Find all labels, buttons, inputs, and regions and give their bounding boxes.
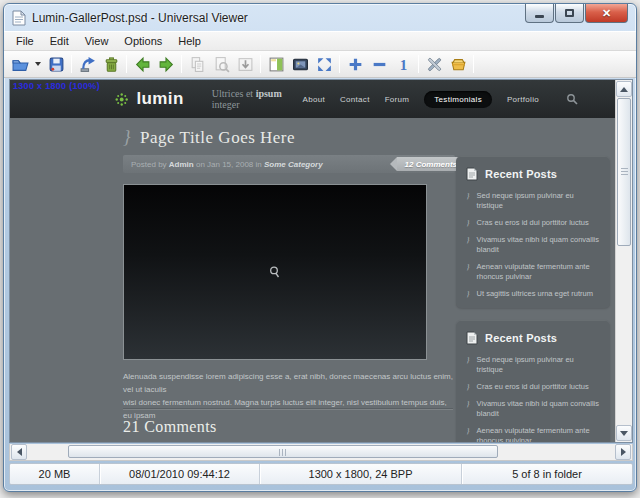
save-button[interactable]: [44, 53, 68, 76]
arrow-up-icon: [620, 87, 628, 92]
layout-button[interactable]: [264, 53, 288, 76]
scroll-down-button[interactable]: [616, 425, 632, 441]
slideshow-button[interactable]: [288, 53, 312, 76]
arrow-right-icon: [621, 448, 626, 456]
nav-portfolio[interactable]: Portfolio: [507, 95, 539, 104]
options-box-icon: [450, 56, 467, 73]
titlebar[interactable]: Lumin-GallerPost.psd - Universal Viewer …: [4, 4, 636, 31]
magnifier-icon: [268, 265, 282, 279]
options-button[interactable]: [446, 53, 470, 76]
nav-contact[interactable]: Contact: [340, 95, 370, 104]
maximize-icon: [565, 9, 574, 17]
menu-edit[interactable]: Edit: [42, 33, 77, 49]
recent-posts-panel: Recent Posts } Sed neque ipsum pulvinar …: [456, 156, 610, 308]
maximize-button[interactable]: [555, 4, 584, 23]
menu-options[interactable]: Options: [116, 33, 170, 49]
svg-text:1: 1: [399, 56, 406, 72]
recent-posts-panel-2: Recent Posts } Sed neque ipsum pulvinar …: [456, 320, 610, 442]
open-button[interactable]: [8, 53, 32, 76]
image-canvas[interactable]: 1300 x 1800 (100%) lumin Ultrices et ips…: [10, 80, 616, 442]
one-to-one-icon: 1: [395, 56, 412, 73]
toolbar-separator: [181, 55, 182, 73]
open-folder-icon: [12, 56, 29, 73]
post-excerpt: Alenuada suspendisse lorem adipiscing es…: [123, 370, 453, 422]
close-icon: ✕: [602, 7, 611, 20]
plus-icon: [347, 56, 364, 73]
fullscreen-button[interactable]: [312, 53, 336, 76]
move-to-button[interactable]: [75, 53, 99, 76]
export-button[interactable]: [233, 53, 257, 76]
chevron-down-icon: [35, 62, 41, 66]
panel-layout-icon: [268, 56, 285, 73]
menu-help[interactable]: Help: [170, 33, 209, 49]
horizontal-scroll-thumb[interactable]: [68, 445, 498, 458]
menu-file[interactable]: File: [8, 33, 42, 49]
recent-post-link[interactable]: } Cras eu eros id dui porttitor luctus: [466, 382, 600, 392]
thumb-grip: [279, 449, 287, 456]
recent-post-link[interactable]: } Aenean vulputate fermentum ante rhoncu…: [466, 262, 600, 282]
horizontal-scrollbar[interactable]: [9, 444, 633, 461]
open-dropdown-button[interactable]: [32, 53, 44, 76]
menubar: File Edit View Options Help: [4, 31, 636, 51]
site-nav: About Contact Forum Testimonials Portfol…: [303, 91, 608, 108]
thumb-grip: [621, 168, 628, 176]
previous-button[interactable]: [130, 53, 154, 76]
post-image-placeholder[interactable]: [123, 184, 427, 360]
panel-title: Recent Posts: [485, 332, 557, 344]
site-logo-text: lumin: [136, 89, 183, 109]
next-button[interactable]: [154, 53, 178, 76]
zoom-in-button[interactable]: [343, 53, 367, 76]
toolbar: 1: [4, 51, 636, 78]
tools-button[interactable]: [422, 53, 446, 76]
recent-post-link[interactable]: } Vivamus vitae nibh id quam convallis b…: [466, 399, 600, 419]
recent-post-link[interactable]: } Aenean vulputate fermentum ante rhoncu…: [466, 426, 600, 442]
bullet: }: [466, 289, 470, 299]
slideshow-icon: [292, 56, 309, 73]
zoom-out-button[interactable]: [367, 53, 391, 76]
bullet: }: [466, 382, 470, 392]
delete-button[interactable]: [99, 53, 123, 76]
nav-testimonials[interactable]: Testimonials: [424, 91, 492, 108]
status-folder-position: 5 of 8 in folder: [462, 464, 632, 484]
window-title: Lumin-GallerPost.psd - Universal Viewer: [32, 11, 248, 25]
toolbar-separator: [339, 55, 340, 73]
actual-size-button[interactable]: 1: [391, 53, 415, 76]
site-header: lumin Ultrices et ipsum integer About Co…: [10, 80, 616, 118]
post-meta-bar: Posted by Admin on Jan 15, 2008 in Some …: [123, 155, 455, 173]
scroll-up-button[interactable]: [616, 81, 632, 97]
minimize-button[interactable]: [525, 4, 554, 23]
scroll-right-button[interactable]: [615, 444, 631, 460]
vertical-scrollbar[interactable]: [615, 80, 632, 442]
bullet: }: [466, 218, 470, 228]
search-icon[interactable]: [566, 93, 578, 105]
image-viewer: 1300 x 1800 (100%) lumin Ultrices et ips…: [9, 79, 633, 443]
move-arrow-icon: [79, 56, 96, 73]
comments-heading: 21 Comments: [123, 418, 217, 436]
recent-post-link[interactable]: } Vivamus vitae nibh id quam convallis b…: [466, 235, 600, 255]
lumin-logo-icon: [114, 91, 129, 108]
recent-post-link[interactable]: } Sed neque ipsum pulvinar eu tristique: [466, 355, 600, 375]
search-page-icon: [213, 56, 230, 73]
scroll-left-button[interactable]: [11, 444, 27, 460]
document-icon: [12, 10, 26, 26]
minimize-icon: [535, 15, 544, 18]
find-button[interactable]: [209, 53, 233, 76]
toolbar-separator: [473, 55, 474, 73]
statusbar: 20 MB 08/01/2010 09:44:12 1300 x 1800, 2…: [9, 463, 633, 485]
close-button[interactable]: ✕: [585, 4, 628, 23]
recent-post-link[interactable]: } Ut sagittis ultrices urna eget rutrum: [466, 289, 600, 299]
recent-post-link[interactable]: } Sed neque ipsum pulvinar eu tristique: [466, 191, 600, 211]
arrow-down-icon: [620, 431, 628, 436]
export-icon: [237, 56, 254, 73]
menu-view[interactable]: View: [77, 33, 117, 49]
bullet: }: [466, 426, 470, 442]
nav-about[interactable]: About: [303, 95, 325, 104]
recent-post-link[interactable]: } Cras eu eros id dui porttitor luctus: [466, 218, 600, 228]
copy-button[interactable]: [185, 53, 209, 76]
nav-forum[interactable]: Forum: [385, 95, 410, 104]
bullet: }: [466, 262, 470, 282]
status-dimensions: 1300 x 1800, 24 BPP: [260, 464, 462, 484]
posts-doc-icon: [466, 167, 478, 181]
vertical-scroll-thumb[interactable]: [617, 98, 631, 246]
minus-icon: [371, 56, 388, 73]
